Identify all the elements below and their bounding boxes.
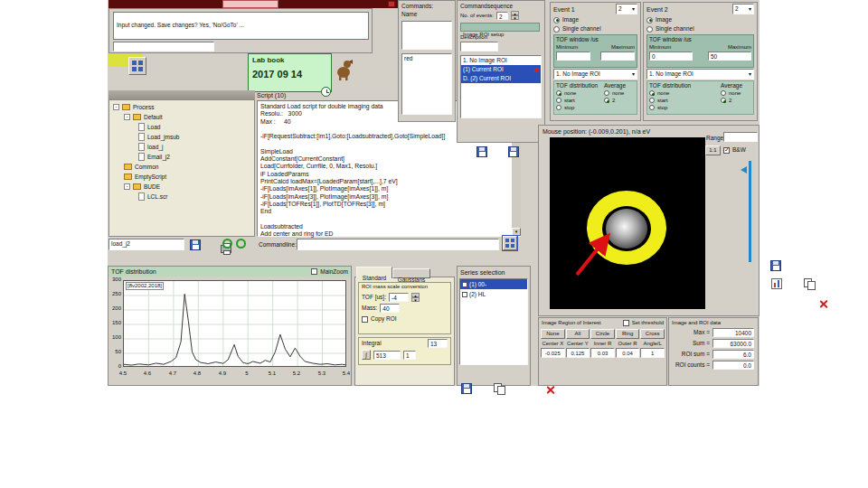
event1-dist-start-radio[interactable] bbox=[556, 98, 561, 103]
event1-dist-none-radio[interactable] bbox=[556, 90, 561, 96]
command-name-input[interactable] bbox=[401, 21, 452, 50]
script-tool-button[interactable] bbox=[128, 57, 146, 75]
series-list-item[interactable]: (2) HL bbox=[460, 289, 527, 299]
bw-checkbox[interactable] bbox=[723, 147, 730, 154]
set-threshold-checkbox[interactable] bbox=[623, 320, 629, 326]
one-to-one-button[interactable]: 1:1 bbox=[705, 145, 721, 155]
sequence-list-item[interactable]: 1. No Image ROI bbox=[461, 56, 541, 65]
event2-dist-start-radio[interactable] bbox=[649, 98, 655, 103]
tab-standard[interactable]: Standard bbox=[356, 267, 392, 278]
roi-inner-r-field[interactable]: 0.03 bbox=[590, 348, 615, 358]
roi-shape-circle-button[interactable]: Circle bbox=[590, 329, 615, 339]
event1-roi-combo[interactable]: 1. No Image ROI▾ bbox=[553, 69, 637, 80]
save-image-icon[interactable] bbox=[770, 260, 781, 271]
expander-icon[interactable]: - bbox=[124, 114, 130, 120]
tof-plot-area[interactable] bbox=[123, 280, 346, 367]
copy-icon[interactable] bbox=[494, 383, 505, 394]
dialog-input[interactable] bbox=[113, 42, 214, 52]
roi-angle-field[interactable]: 1 bbox=[640, 348, 665, 358]
event2-count-combo[interactable]: 2▾ bbox=[732, 4, 754, 14]
tree-item-load-jmsub[interactable]: Load_jmsub bbox=[111, 132, 252, 142]
tree-item-default[interactable]: -Default bbox=[111, 112, 252, 122]
event2-dist-stop-radio[interactable] bbox=[649, 105, 655, 110]
expander-icon[interactable]: - bbox=[124, 183, 130, 190]
event1-image-radio[interactable] bbox=[553, 17, 560, 23]
dist-option-label: stop bbox=[657, 105, 667, 111]
integral-button[interactable]: ∫ bbox=[362, 350, 371, 360]
tree-item-emptyscript[interactable]: EmptyScript bbox=[111, 172, 252, 182]
close-icon[interactable] bbox=[819, 299, 829, 309]
integral-field-1[interactable]: 13 bbox=[428, 339, 448, 348]
close-icon[interactable] bbox=[546, 385, 556, 395]
series-checkbox[interactable] bbox=[462, 282, 467, 287]
roi-shape-none-button[interactable]: None bbox=[541, 329, 565, 339]
tree-item-load-j[interactable]: load_j bbox=[111, 142, 252, 152]
events-count-spinner[interactable]: ▲▼ bbox=[511, 11, 519, 20]
chart-icon[interactable] bbox=[771, 278, 782, 289]
roi-center-y-field[interactable]: 0.125 bbox=[566, 348, 590, 358]
roi-outer-r-field[interactable]: 0.04 bbox=[616, 348, 640, 358]
description-input[interactable] bbox=[460, 42, 498, 52]
detector-image[interactable] bbox=[550, 137, 705, 309]
save-as-icon[interactable] bbox=[508, 146, 519, 157]
event1-single-channel-radio[interactable] bbox=[553, 26, 560, 33]
mainzoom-checkbox[interactable] bbox=[311, 268, 317, 275]
tree-item-email-j2[interactable]: Email_j2 bbox=[111, 152, 252, 162]
script-file-input[interactable]: load_j2 bbox=[108, 239, 184, 250]
event1-dist-stop-radio[interactable] bbox=[556, 105, 561, 110]
tree-item-load[interactable]: Load bbox=[111, 122, 252, 132]
range-input[interactable] bbox=[723, 132, 758, 142]
event1-avg-none-radio[interactable] bbox=[604, 90, 609, 96]
event2-image-radio[interactable] bbox=[646, 17, 653, 23]
sequence-list[interactable]: 1. No Image ROI (1) Current ROI D. (2) C… bbox=[460, 55, 542, 118]
event1-avg-2-radio[interactable] bbox=[604, 98, 609, 103]
intensity-slider-track[interactable] bbox=[749, 161, 751, 262]
sequence-list-item[interactable]: (1) Current ROI bbox=[461, 65, 541, 74]
event2-single-channel-radio[interactable] bbox=[646, 26, 653, 33]
event2-avg-2-radio[interactable] bbox=[721, 98, 726, 103]
commands-list[interactable]: red bbox=[401, 53, 452, 115]
tree-item-lcl-scr[interactable]: LCL.scr bbox=[111, 192, 252, 202]
tree-item-common[interactable]: Common bbox=[111, 162, 252, 172]
tof-us-field[interactable]: -4 bbox=[389, 293, 409, 302]
integral-field-2[interactable]: 513 bbox=[373, 351, 401, 360]
roi-center-x-field[interactable]: -0.025 bbox=[541, 348, 565, 358]
scroll-down-button[interactable]: ▼ bbox=[512, 228, 521, 236]
intensity-slider-handle[interactable] bbox=[741, 166, 747, 174]
roi-shape-cross-button[interactable]: Cross bbox=[640, 329, 665, 339]
series-checkbox[interactable] bbox=[462, 292, 467, 297]
refresh-icon[interactable] bbox=[222, 239, 232, 249]
event2-avg-none-radio[interactable] bbox=[721, 90, 726, 96]
event1-max-field[interactable] bbox=[600, 52, 635, 61]
event2-min-field[interactable]: 0 bbox=[649, 52, 693, 61]
series-list-item[interactable]: (1) 00- bbox=[460, 279, 527, 289]
roi-shape-ring-button[interactable]: Ring bbox=[616, 329, 640, 339]
close-button[interactable] bbox=[388, 1, 395, 7]
event2-roi-combo[interactable]: 1. No Image ROI▾ bbox=[646, 69, 754, 80]
save-icon[interactable] bbox=[461, 383, 472, 394]
document-icon bbox=[138, 192, 145, 201]
roi-shape-all-button[interactable]: All bbox=[566, 329, 590, 339]
save-icon[interactable] bbox=[476, 146, 487, 157]
event1-count-combo[interactable]: 2▾ bbox=[616, 4, 637, 14]
run-command-button[interactable] bbox=[503, 236, 517, 250]
events-count-field[interactable]: 2 bbox=[496, 12, 508, 20]
event2-max-field[interactable]: 50 bbox=[708, 52, 751, 61]
copy-icon[interactable] bbox=[804, 278, 815, 289]
mass-field[interactable]: 40 bbox=[380, 304, 400, 313]
tab-gaussians[interactable]: Gaussians bbox=[392, 268, 430, 278]
event1-min-field[interactable] bbox=[556, 52, 590, 61]
sequence-list-item[interactable]: D. (2) Current ROI bbox=[461, 74, 541, 83]
expander-icon[interactable]: - bbox=[113, 104, 119, 110]
event2-dist-none-radio[interactable] bbox=[649, 90, 655, 96]
tree-item-process[interactable]: -Process bbox=[111, 102, 252, 112]
commandline-input[interactable] bbox=[297, 239, 499, 250]
integral-field-3[interactable]: 1 bbox=[403, 351, 416, 360]
save-icon[interactable] bbox=[190, 239, 201, 250]
command-list-item[interactable]: red bbox=[402, 54, 451, 63]
series-list[interactable]: (1) 00- (2) HL bbox=[459, 278, 528, 365]
copy-roi-checkbox[interactable] bbox=[362, 316, 368, 323]
tree-item-bude[interactable]: -BUDE bbox=[111, 182, 252, 192]
tof-spinner[interactable]: ▲▼ bbox=[411, 293, 420, 302]
refresh-icon[interactable] bbox=[236, 239, 246, 249]
